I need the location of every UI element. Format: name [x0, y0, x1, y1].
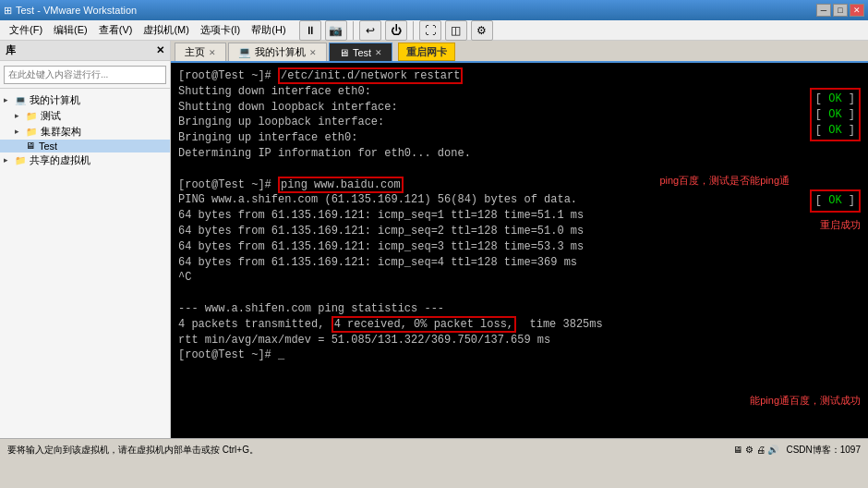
fullscreen-button[interactable]: ⛶ [419, 20, 441, 41]
window-controls: ─ □ ✕ [816, 4, 864, 17]
terminal-line-17: 4 packets transmitted, 4 received, 0% pa… [178, 317, 861, 333]
expand-icon-test[interactable]: ▸ [15, 111, 26, 120]
menu-help[interactable]: 帮助(H) [246, 21, 291, 39]
content-area: 主页 ✕ 💻 我的计算机 ✕ 🖥 Test ✕ 重启网卡 [root@Test … [171, 41, 868, 438]
menu-view[interactable]: 查看(V) [93, 21, 139, 39]
tab-home-close[interactable]: ✕ [209, 48, 216, 57]
minimize-button[interactable]: ─ [816, 4, 831, 17]
folder-icon-test: 📁 [26, 111, 37, 121]
expand-icon-shared[interactable]: ▸ [4, 155, 15, 165]
menu-bar: 文件(F) 编辑(E) 查看(V) 虚拟机(M) 选项卡(I) 帮助(H) ⏸ … [0, 20, 868, 41]
menu-edit[interactable]: 编辑(E) [48, 21, 93, 39]
toolbar-separator2 [413, 21, 414, 40]
terminal-line-16: --- www.a.shifen.com ping statistics --- [178, 301, 861, 317]
tab-home[interactable]: 主页 ✕ [175, 43, 226, 61]
tab-my-computer-icon: 💻 [238, 46, 251, 58]
expand-icon-cluster[interactable]: ▸ [15, 127, 26, 136]
revert-button[interactable]: ↩ [359, 20, 381, 41]
window-title: Test - VMware Workstation [12, 5, 816, 16]
terminal-line-1: [root@Test ~]# /etc/init.d/network resta… [178, 68, 861, 84]
status-right-text: CSDN博客：1097 [786, 444, 861, 457]
terminal-line-6: Determining IP information for eth0... d… [178, 146, 861, 162]
sidebar-title: 库 [6, 43, 16, 57]
ok-blocks-container: [ OK ] [ OK ] [ OK ] [ OK ] [810, 88, 861, 213]
annotation-restart: 重启成功 [820, 218, 861, 232]
sidebar-item-test-vm[interactable]: 🖥 Test [0, 140, 170, 152]
power-button[interactable]: ⏻ [385, 20, 407, 41]
sidebar-item-label-test-vm: Test [39, 140, 57, 152]
annotation-ping: ping百度，测试是否能ping通 [659, 174, 790, 188]
sidebar-item-label-cluster: 集群架构 [41, 125, 81, 139]
sidebar-tree: ▸ 💻 我的计算机 ▸ 📁 测试 ▸ 📁 集群架构 🖥 Test [0, 89, 170, 439]
menu-file[interactable]: 文件(F) [4, 21, 48, 39]
sidebar-search-area [0, 61, 170, 89]
shared-icon: 📁 [15, 155, 26, 165]
pause-button[interactable]: ⏸ [299, 20, 321, 41]
ping-cmd: ping www.baidu.com [278, 177, 404, 193]
terminal-line-2: Shutting down interface eth0: [178, 84, 861, 100]
title-bar: ⊞ Test - VMware Workstation ─ □ ✕ [0, 0, 868, 20]
network-restart-cmd: /etc/init.d/network restart [278, 67, 463, 84]
menu-vm[interactable]: 虚拟机(M) [138, 21, 195, 39]
sidebar-item-cluster[interactable]: ▸ 📁 集群架构 [0, 124, 170, 140]
ok-block-final: [ OK ] [810, 189, 861, 213]
terminal-line-14: ^C [178, 270, 861, 286]
tab-test-close[interactable]: ✕ [375, 48, 382, 57]
menu-tabs[interactable]: 选项卡(I) [195, 21, 246, 39]
sidebar-item-shared[interactable]: ▸ 📁 共享的虚拟机 [0, 152, 170, 168]
tab-bar: 主页 ✕ 💻 我的计算机 ✕ 🖥 Test ✕ 重启网卡 [171, 41, 868, 63]
tab-home-label: 主页 [185, 45, 205, 59]
sidebar-item-label-shared: 共享的虚拟机 [30, 153, 90, 167]
settings-button[interactable]: ⚙ [471, 20, 493, 41]
terminal-line-15 [178, 286, 861, 301]
close-button[interactable]: ✕ [850, 4, 864, 17]
sidebar-item-test-group[interactable]: ▸ 📁 测试 [0, 108, 170, 124]
tab-my-computer-close[interactable]: ✕ [309, 48, 317, 57]
ok-line-2: [ OK ] [815, 107, 855, 123]
tab-test-icon: 🖥 [339, 47, 349, 58]
terminal-line-4: Bringing up loopback interface: [178, 115, 861, 130]
search-input[interactable] [4, 66, 166, 84]
tab-test-label: Test [353, 47, 371, 58]
toolbar-separator [353, 21, 354, 40]
sidebar: 库 ✕ ▸ 💻 我的计算机 ▸ 📁 测试 ▸ 📁 集群架构 [0, 41, 171, 438]
ok-block-border: [ OK ] [ OK ] [ OK ] [810, 88, 861, 141]
expand-icon-my-computer[interactable]: ▸ [4, 95, 15, 104]
tab-my-computer[interactable]: 💻 我的计算机 ✕ [228, 43, 327, 61]
terminal-line-18: rtt min/avg/max/mdev = 51.085/131.322/36… [178, 333, 861, 348]
tab-my-computer-label: 我的计算机 [255, 45, 306, 59]
terminal-line-9: PING www.a.shifen.com (61.135.169.121) 5… [178, 192, 861, 208]
packet-loss-result: 4 received, 0% packet loss, [332, 316, 516, 333]
restart-network-label: 重启网卡 [406, 45, 447, 59]
sidebar-item-label-test: 测试 [41, 109, 61, 123]
folder-icon-cluster: 📁 [26, 127, 37, 137]
computer-icon: 💻 [15, 95, 26, 105]
restart-network-button[interactable]: 重启网卡 [398, 43, 455, 61]
ok-line-final: [ OK ] [815, 193, 855, 209]
sidebar-header: 库 ✕ [0, 41, 170, 61]
status-bar: 要将输入定向到该虚拟机，请在虚拟机内部单击或按 Ctrl+G。 🖥 ⚙ 🖨 🔊 … [0, 438, 868, 460]
terminal-line-13: 64 bytes from 61.135.169.121: icmp_seq=4… [178, 255, 861, 271]
sidebar-item-my-computer[interactable]: ▸ 💻 我的计算机 [0, 92, 170, 108]
vm-icon: 🖥 [26, 140, 35, 151]
terminal-line-3: Shutting down loopback interface: [178, 100, 861, 116]
snapshot-button[interactable]: 📷 [325, 20, 347, 41]
sidebar-item-label-my-computer: 我的计算机 [30, 93, 80, 107]
annotation-success: 能ping通百度，测试成功 [750, 394, 861, 408]
terminal-line-5: Bringing up interface eth0: [178, 130, 861, 146]
app-icon: ⊞ [4, 5, 12, 17]
ok-line-1: [ OK ] [815, 92, 855, 107]
unity-button[interactable]: ◫ [445, 20, 467, 41]
ok-line-3: [ OK ] [815, 123, 855, 139]
main-layout: 库 ✕ ▸ 💻 我的计算机 ▸ 📁 测试 ▸ 📁 集群架构 [0, 41, 868, 438]
tab-test[interactable]: 🖥 Test ✕ [329, 43, 392, 61]
maximize-button[interactable]: □ [833, 4, 848, 17]
terminal-line-11: 64 bytes from 61.135.169.121: icmp_seq=2… [178, 224, 861, 239]
terminal-line-10: 64 bytes from 61.135.169.121: icmp_seq=1… [178, 208, 861, 224]
terminal[interactable]: [root@Test ~]# /etc/init.d/network resta… [171, 63, 868, 438]
terminal-line-12: 64 bytes from 61.135.169.121: icmp_seq=3… [178, 239, 861, 255]
status-right: 🖥 ⚙ 🖨 🔊 CSDN博客：1097 [733, 444, 861, 457]
sidebar-close-icon[interactable]: ✕ [156, 44, 164, 56]
terminal-line-19: [root@Test ~]# _ [178, 348, 861, 363]
status-icons: 🖥 ⚙ 🖨 🔊 [733, 445, 778, 455]
